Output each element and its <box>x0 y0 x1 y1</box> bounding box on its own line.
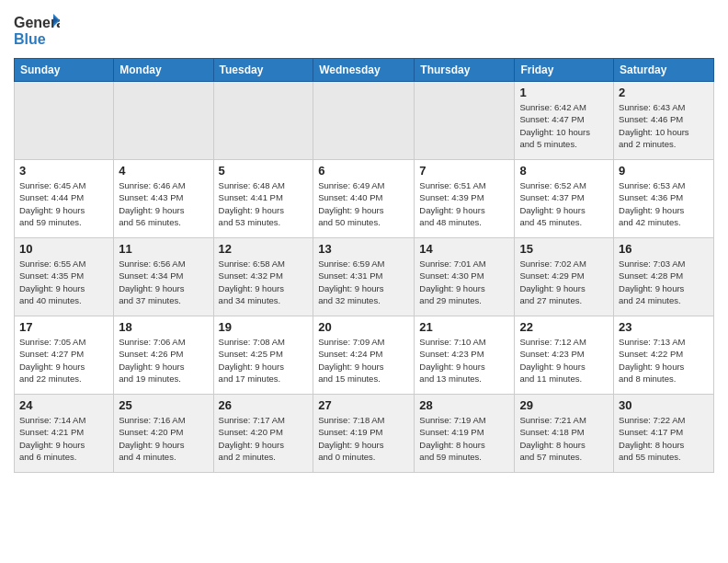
calendar-cell: 8Sunrise: 6:52 AM Sunset: 4:37 PM Daylig… <box>515 160 614 238</box>
day-info: Sunrise: 7:16 AM Sunset: 4:20 PM Dayligh… <box>119 414 208 463</box>
day-info: Sunrise: 7:10 AM Sunset: 4:23 PM Dayligh… <box>419 336 509 385</box>
day-info: Sunrise: 6:51 AM Sunset: 4:39 PM Dayligh… <box>419 179 509 228</box>
day-header-thursday: Thursday <box>415 59 515 82</box>
calendar-cell: 2Sunrise: 6:43 AM Sunset: 4:46 PM Daylig… <box>614 82 714 160</box>
svg-text:Blue: Blue <box>14 31 46 47</box>
day-info: Sunrise: 6:45 AM Sunset: 4:44 PM Dayligh… <box>19 179 108 228</box>
day-info: Sunrise: 7:14 AM Sunset: 4:21 PM Dayligh… <box>19 414 108 463</box>
calendar-cell: 15Sunrise: 7:02 AM Sunset: 4:29 PM Dayli… <box>515 238 614 316</box>
day-header-wednesday: Wednesday <box>313 59 415 82</box>
day-info: Sunrise: 7:21 AM Sunset: 4:18 PM Dayligh… <box>519 414 609 463</box>
calendar-cell <box>213 82 313 160</box>
calendar-cell: 24Sunrise: 7:14 AM Sunset: 4:21 PM Dayli… <box>15 395 114 473</box>
calendar-week-row: 1Sunrise: 6:42 AM Sunset: 4:47 PM Daylig… <box>15 82 714 160</box>
day-number: 29 <box>519 398 609 412</box>
day-number: 28 <box>419 398 509 412</box>
day-info: Sunrise: 7:09 AM Sunset: 4:24 PM Dayligh… <box>318 336 409 385</box>
day-info: Sunrise: 7:01 AM Sunset: 4:30 PM Dayligh… <box>419 258 509 306</box>
day-number: 20 <box>318 320 409 334</box>
day-number: 22 <box>519 320 609 334</box>
day-number: 17 <box>19 320 108 334</box>
day-header-sunday: Sunday <box>15 59 114 82</box>
logo: General Blue <box>14 9 60 51</box>
day-number: 13 <box>318 242 409 256</box>
calendar-cell: 7Sunrise: 6:51 AM Sunset: 4:39 PM Daylig… <box>415 160 515 238</box>
day-info: Sunrise: 6:53 AM Sunset: 4:36 PM Dayligh… <box>619 179 709 228</box>
day-header-friday: Friday <box>515 59 614 82</box>
calendar-cell: 13Sunrise: 6:59 AM Sunset: 4:31 PM Dayli… <box>313 238 415 316</box>
day-info: Sunrise: 7:05 AM Sunset: 4:27 PM Dayligh… <box>19 336 108 385</box>
day-info: Sunrise: 7:17 AM Sunset: 4:20 PM Dayligh… <box>219 414 309 463</box>
day-info: Sunrise: 7:22 AM Sunset: 4:17 PM Dayligh… <box>619 414 709 463</box>
day-number: 8 <box>519 164 609 178</box>
day-info: Sunrise: 6:58 AM Sunset: 4:32 PM Dayligh… <box>219 258 309 306</box>
day-info: Sunrise: 6:42 AM Sunset: 4:47 PM Dayligh… <box>519 101 609 150</box>
calendar-cell: 11Sunrise: 6:56 AM Sunset: 4:34 PM Dayli… <box>114 238 213 316</box>
calendar-header-row: SundayMondayTuesdayWednesdayThursdayFrid… <box>15 59 714 82</box>
day-number: 23 <box>619 320 709 334</box>
day-number: 1 <box>519 86 609 99</box>
day-info: Sunrise: 6:52 AM Sunset: 4:37 PM Dayligh… <box>519 179 609 228</box>
logo-icon: General Blue <box>14 9 60 51</box>
day-info: Sunrise: 7:13 AM Sunset: 4:22 PM Dayligh… <box>619 336 709 385</box>
calendar-cell: 29Sunrise: 7:21 AM Sunset: 4:18 PM Dayli… <box>515 395 614 473</box>
day-number: 12 <box>219 242 309 256</box>
calendar-cell: 19Sunrise: 7:08 AM Sunset: 4:25 PM Dayli… <box>213 316 313 395</box>
calendar-table: SundayMondayTuesdayWednesdayThursdayFrid… <box>14 58 714 473</box>
calendar-cell <box>114 82 213 160</box>
calendar-cell: 14Sunrise: 7:01 AM Sunset: 4:30 PM Dayli… <box>415 238 515 316</box>
day-info: Sunrise: 7:02 AM Sunset: 4:29 PM Dayligh… <box>519 258 609 306</box>
day-number: 24 <box>19 398 108 412</box>
day-number: 27 <box>318 398 409 412</box>
day-header-tuesday: Tuesday <box>213 59 313 82</box>
calendar-cell: 23Sunrise: 7:13 AM Sunset: 4:22 PM Dayli… <box>614 316 714 395</box>
day-number: 6 <box>318 164 409 178</box>
calendar-cell: 3Sunrise: 6:45 AM Sunset: 4:44 PM Daylig… <box>15 160 114 238</box>
day-info: Sunrise: 6:56 AM Sunset: 4:34 PM Dayligh… <box>119 258 208 306</box>
day-info: Sunrise: 6:48 AM Sunset: 4:41 PM Dayligh… <box>219 179 309 228</box>
calendar-cell: 30Sunrise: 7:22 AM Sunset: 4:17 PM Dayli… <box>614 395 714 473</box>
day-number: 18 <box>119 320 208 334</box>
day-number: 9 <box>619 164 709 178</box>
day-number: 15 <box>519 242 609 256</box>
day-info: Sunrise: 7:03 AM Sunset: 4:28 PM Dayligh… <box>619 258 709 306</box>
calendar-cell: 1Sunrise: 6:42 AM Sunset: 4:47 PM Daylig… <box>515 82 614 160</box>
day-number: 4 <box>119 164 208 178</box>
calendar-cell: 17Sunrise: 7:05 AM Sunset: 4:27 PM Dayli… <box>15 316 114 395</box>
day-number: 14 <box>419 242 509 256</box>
day-info: Sunrise: 7:06 AM Sunset: 4:26 PM Dayligh… <box>119 336 208 385</box>
calendar-cell: 20Sunrise: 7:09 AM Sunset: 4:24 PM Dayli… <box>313 316 415 395</box>
calendar-cell: 12Sunrise: 6:58 AM Sunset: 4:32 PM Dayli… <box>213 238 313 316</box>
day-number: 10 <box>19 242 108 256</box>
calendar-cell: 9Sunrise: 6:53 AM Sunset: 4:36 PM Daylig… <box>614 160 714 238</box>
day-number: 3 <box>19 164 108 178</box>
calendar-cell: 22Sunrise: 7:12 AM Sunset: 4:23 PM Dayli… <box>515 316 614 395</box>
day-info: Sunrise: 7:12 AM Sunset: 4:23 PM Dayligh… <box>519 336 609 385</box>
calendar-cell: 28Sunrise: 7:19 AM Sunset: 4:19 PM Dayli… <box>415 395 515 473</box>
calendar-cell: 6Sunrise: 6:49 AM Sunset: 4:40 PM Daylig… <box>313 160 415 238</box>
calendar-cell <box>15 82 114 160</box>
page-container: General Blue SundayMondayTuesdayWednesda… <box>0 0 728 563</box>
calendar-cell: 26Sunrise: 7:17 AM Sunset: 4:20 PM Dayli… <box>213 395 313 473</box>
day-header-saturday: Saturday <box>614 59 714 82</box>
day-info: Sunrise: 7:18 AM Sunset: 4:19 PM Dayligh… <box>318 414 409 463</box>
day-number: 30 <box>619 398 709 412</box>
day-info: Sunrise: 6:46 AM Sunset: 4:43 PM Dayligh… <box>119 179 208 228</box>
calendar-cell: 10Sunrise: 6:55 AM Sunset: 4:35 PM Dayli… <box>15 238 114 316</box>
day-number: 11 <box>119 242 208 256</box>
calendar-cell: 16Sunrise: 7:03 AM Sunset: 4:28 PM Dayli… <box>614 238 714 316</box>
day-number: 16 <box>619 242 709 256</box>
day-number: 19 <box>219 320 309 334</box>
day-info: Sunrise: 6:59 AM Sunset: 4:31 PM Dayligh… <box>318 258 409 306</box>
svg-text:General: General <box>14 15 60 30</box>
day-info: Sunrise: 7:19 AM Sunset: 4:19 PM Dayligh… <box>419 414 509 463</box>
calendar-week-row: 24Sunrise: 7:14 AM Sunset: 4:21 PM Dayli… <box>15 395 714 473</box>
day-number: 25 <box>119 398 208 412</box>
calendar-cell: 21Sunrise: 7:10 AM Sunset: 4:23 PM Dayli… <box>415 316 515 395</box>
calendar-cell: 5Sunrise: 6:48 AM Sunset: 4:41 PM Daylig… <box>213 160 313 238</box>
day-number: 7 <box>419 164 509 178</box>
calendar-week-row: 3Sunrise: 6:45 AM Sunset: 4:44 PM Daylig… <box>15 160 714 238</box>
calendar-cell: 27Sunrise: 7:18 AM Sunset: 4:19 PM Dayli… <box>313 395 415 473</box>
day-info: Sunrise: 7:08 AM Sunset: 4:25 PM Dayligh… <box>219 336 309 385</box>
calendar-week-row: 10Sunrise: 6:55 AM Sunset: 4:35 PM Dayli… <box>15 238 714 316</box>
